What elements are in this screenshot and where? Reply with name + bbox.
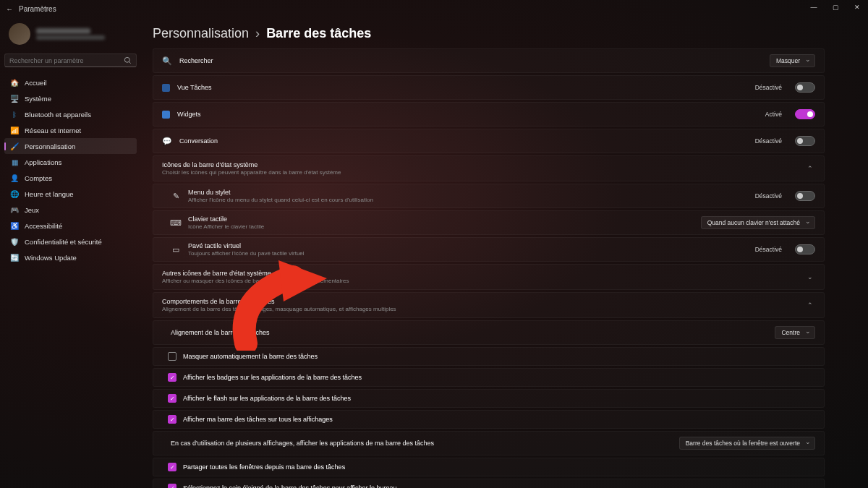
- nav-item-comptes[interactable]: 👤Comptes: [4, 170, 137, 186]
- nav-icon: ♿: [10, 221, 19, 230]
- nav-item-jeux[interactable]: 🎮Jeux: [4, 202, 137, 218]
- row-chat: 💬 Conversation Désactivé: [153, 129, 824, 153]
- user-block[interactable]: [4, 20, 137, 48]
- desktop-corner-checkbox[interactable]: ✓: [168, 484, 176, 488]
- keyboard-icon: ⌨: [171, 218, 181, 228]
- nav-label: Heure et langue: [25, 190, 74, 198]
- maximize-button[interactable]: ▢: [825, 0, 846, 14]
- search-icon: [124, 56, 132, 64]
- badges-row[interactable]: ✓ Afficher les badges sur les applicatio…: [153, 368, 825, 387]
- taskview-toggle[interactable]: [795, 82, 815, 93]
- close-button[interactable]: ✕: [846, 0, 868, 14]
- nav-icon: 📶: [10, 126, 19, 134]
- nav-label: Personnalisation: [25, 142, 75, 150]
- search-label: Rechercher: [179, 57, 762, 64]
- nav-label: Comptes: [25, 174, 52, 182]
- nav-item-accueil[interactable]: 🏠Accueil: [4, 74, 137, 90]
- widgets-icon: [162, 111, 170, 119]
- touchpad-toggle[interactable]: [795, 244, 815, 254]
- nav-label: Bluetooth et appareils: [25, 111, 91, 119]
- pen-icon: ✎: [171, 191, 181, 201]
- taskview-label: Vue Tâches: [177, 84, 748, 91]
- row-pen: ✎ Menu du styletAfficher l'icône du menu…: [153, 184, 824, 207]
- breadcrumb-current: Barre des tâches: [266, 26, 371, 40]
- nav-icon: 🎮: [10, 205, 19, 214]
- badges-checkbox[interactable]: ✓: [168, 373, 176, 382]
- desktop-corner-row[interactable]: ✓ Sélectionnez le coin éloigné de la bar…: [153, 479, 825, 488]
- widgets-label: Widgets: [177, 111, 758, 118]
- nav-item-syst-me[interactable]: 🖥️Système: [4, 90, 137, 106]
- user-name: [36, 28, 90, 34]
- search-dropdown[interactable]: Masquer: [770, 54, 815, 67]
- breadcrumb: Personnalisation › Barre des tâches: [153, 26, 825, 41]
- search-input[interactable]: [9, 57, 124, 64]
- pen-toggle[interactable]: [795, 191, 815, 201]
- alignment-dropdown[interactable]: Centre: [775, 326, 815, 339]
- chat-toggle[interactable]: [795, 136, 815, 146]
- nav-item-personnalisation[interactable]: 🖌️Personnalisation: [4, 138, 137, 154]
- nav-label: Système: [25, 95, 51, 103]
- nav-label: Jeux: [25, 206, 39, 214]
- taskview-icon: [162, 84, 170, 92]
- all-displays-row[interactable]: ✓ Afficher ma barre des tâches sur tous …: [153, 410, 825, 429]
- svg-line-1: [129, 62, 131, 64]
- nav-icon: 🖥️: [10, 94, 19, 103]
- window-title: Paramètres: [19, 5, 56, 13]
- all-displays-checkbox[interactable]: ✓: [168, 415, 176, 424]
- systray-header[interactable]: Icônes de la barre d'état système Choisi…: [153, 155, 825, 181]
- multi-dropdown[interactable]: Barre des tâches où la fenêtre est ouver…: [679, 437, 815, 450]
- row-search: 🔍 Rechercher Masquer: [153, 49, 824, 72]
- svg-point-0: [124, 57, 129, 62]
- user-email: [36, 35, 105, 40]
- nav-icon: ▦: [10, 158, 19, 166]
- chevron-up-icon: ⌃: [805, 165, 815, 172]
- autohide-checkbox[interactable]: [168, 352, 176, 361]
- nav-item-confidentialit-et-s-curit-[interactable]: 🛡️Confidentialité et sécurité: [4, 234, 137, 249]
- nav-label: Réseau et Internet: [25, 127, 81, 134]
- behaviors-header[interactable]: Comportements de la barre des tâches Ali…: [153, 292, 825, 318]
- row-touchkb: ⌨ Clavier tactileIcône Afficher le clavi…: [153, 211, 824, 234]
- nav-icon: 🏠: [10, 78, 19, 87]
- widgets-toggle[interactable]: [795, 109, 815, 119]
- nav-label: Windows Update: [25, 254, 77, 262]
- share-windows-checkbox[interactable]: ✓: [168, 463, 176, 471]
- nav-icon: 🖌️: [10, 142, 19, 150]
- chevron-down-icon: ⌄: [805, 273, 815, 281]
- autohide-row[interactable]: Masquer automatiquement la barre des tâc…: [153, 347, 825, 366]
- nav-icon: 👤: [10, 174, 19, 182]
- nav-icon: 🔄: [10, 253, 19, 262]
- chevron-up-icon: ⌃: [805, 301, 815, 309]
- nav-icon: 🌐: [10, 189, 19, 198]
- nav-item-r-seau-et-internet[interactable]: 📶Réseau et Internet: [4, 122, 137, 138]
- row-widgets: Widgets Activé: [153, 103, 824, 126]
- touchpad-icon: ▭: [171, 244, 181, 254]
- avatar: [9, 23, 30, 45]
- flash-row[interactable]: ✓ Afficher le flash sur les applications…: [153, 389, 825, 408]
- back-button[interactable]: ←: [6, 5, 13, 13]
- share-windows-row[interactable]: ✓ Partager toutes les fenêtres depuis ma…: [153, 458, 825, 476]
- nav-item-accessibilit-[interactable]: ♿Accessibilité: [4, 218, 137, 234]
- nav-item-applications[interactable]: ▦Applications: [4, 154, 137, 170]
- breadcrumb-parent[interactable]: Personnalisation: [153, 26, 249, 40]
- nav-label: Confidentialité et sécurité: [25, 238, 102, 246]
- chat-icon: 💬: [162, 136, 172, 146]
- nav-icon: 🛡️: [10, 237, 19, 246]
- nav-item-heure-et-langue[interactable]: 🌐Heure et langue: [4, 186, 137, 202]
- nav-label: Accessibilité: [25, 222, 62, 230]
- chat-label: Conversation: [179, 137, 748, 145]
- nav-label: Accueil: [25, 79, 47, 87]
- nav-item-bluetooth-et-appareils[interactable]: ᛒBluetooth et appareils: [4, 106, 137, 122]
- nav-item-windows-update[interactable]: 🔄Windows Update: [4, 249, 137, 265]
- nav-icon: ᛒ: [10, 110, 19, 119]
- search-icon: 🔍: [162, 56, 172, 66]
- minimize-button[interactable]: —: [803, 0, 825, 14]
- row-touchpad: ▭ Pavé tactile virtuelToujours afficher …: [153, 238, 824, 261]
- search-box[interactable]: [4, 53, 137, 67]
- other-header[interactable]: Autres icônes de barre d'état système Af…: [153, 264, 825, 290]
- flash-checkbox[interactable]: ✓: [168, 394, 176, 403]
- multi-row: En cas d'utilisation de plusieurs affich…: [153, 432, 824, 455]
- touchkb-dropdown[interactable]: Quand aucun clavier n'est attaché: [701, 216, 815, 229]
- alignment-row: Alignement de la barre des tâches Centre: [153, 321, 824, 344]
- row-taskview: Vue Tâches Désactivé: [153, 76, 824, 99]
- nav-label: Applications: [25, 158, 61, 166]
